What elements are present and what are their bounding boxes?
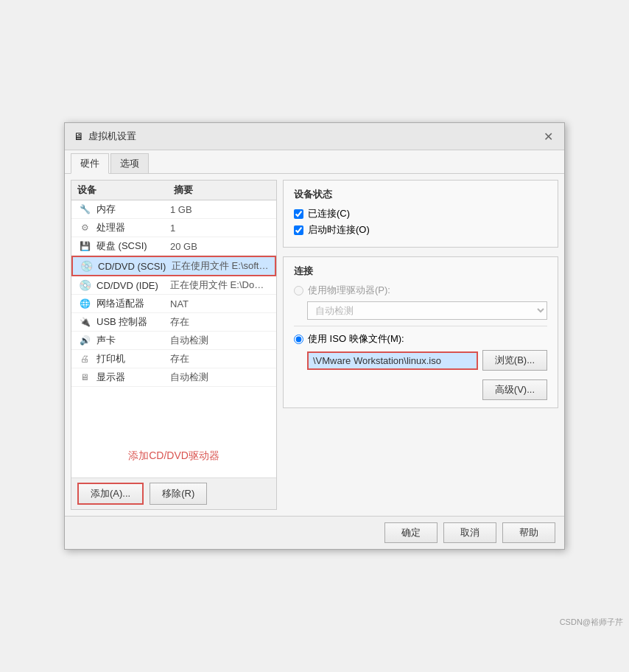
net-icon: 🌐	[77, 298, 92, 309]
physical-drive-row: 使用物理驱动器(P):	[294, 284, 547, 297]
tab-options[interactable]: 选项	[110, 153, 149, 173]
dialog-icon: 🖥	[74, 130, 84, 142]
device-name-net: 网络适配器	[96, 297, 170, 310]
cd-scsi-icon: 💿	[79, 260, 94, 272]
left-bottom-buttons: 添加(A)... 移除(R)	[71, 477, 276, 509]
device-summary-disk: 20 GB	[170, 241, 270, 252]
device-status-title: 设备状态	[294, 188, 547, 201]
iso-path-row: 浏览(B)...	[307, 350, 547, 371]
physical-drive-dropdown-row: 自动检测	[307, 301, 547, 320]
iso-option-label: 使用 ISO 映像文件(M):	[308, 332, 404, 346]
device-row-print[interactable]: 🖨 打印机 存在	[71, 350, 276, 368]
print-icon: 🖨	[77, 353, 92, 365]
physical-drive-radio[interactable]	[294, 286, 303, 295]
iso-radio[interactable]	[294, 335, 303, 344]
device-summary-print: 存在	[170, 352, 270, 365]
audio-icon: 🔊	[77, 335, 92, 346]
main-dialog: 🖥 虚拟机设置 ✕ 硬件 选项 设备 摘要 🔧 内存 1 GB	[64, 122, 565, 550]
footer-buttons: 确定 取消 帮助	[65, 516, 564, 549]
iso-option-row: 使用 ISO 映像文件(M):	[294, 332, 547, 346]
device-summary-audio: 自动检测	[170, 334, 270, 347]
memory-icon: 🔧	[77, 203, 92, 215]
connect-on-start-checkbox[interactable]	[294, 225, 303, 235]
device-name-print: 打印机	[96, 352, 170, 365]
iso-path-input[interactable]	[307, 351, 478, 370]
dialog-title: 虚拟机设置	[88, 130, 136, 143]
header-device: 设备	[77, 183, 174, 197]
device-name-cd-ide: CD/DVD (IDE)	[96, 280, 170, 291]
device-row-display[interactable]: 🖥 显示器 自动检测	[71, 368, 276, 387]
device-name-disk: 硬盘 (SCSI)	[96, 239, 170, 253]
watermark: CSDN@裕师子芹	[560, 617, 623, 628]
physical-drive-label: 使用物理驱动器(P):	[308, 284, 390, 297]
device-name-audio: 声卡	[96, 334, 170, 347]
cd-ide-icon: 💿	[77, 279, 92, 291]
connected-label: 已连接(C)	[308, 207, 350, 220]
device-summary-net: NAT	[170, 298, 270, 309]
add-cd-text: 添加CD/DVD驱动器	[71, 435, 276, 477]
device-row-cd-ide[interactable]: 💿 CD/DVD (IDE) 正在使用文件 E:\Download\C...	[71, 276, 276, 295]
device-summary-cd-ide: 正在使用文件 E:\Download\C...	[170, 279, 270, 292]
device-summary-usb: 存在	[170, 315, 270, 329]
browse-button[interactable]: 浏览(B)...	[482, 350, 547, 371]
help-button[interactable]: 帮助	[502, 522, 555, 543]
connection-section: 连接 使用物理驱动器(P): 自动检测 使用 ISO 映像文件(M):	[283, 256, 558, 408]
connection-divider	[294, 326, 547, 326]
close-button[interactable]: ✕	[541, 129, 555, 144]
cancel-button[interactable]: 取消	[443, 522, 496, 543]
connect-on-start-label: 启动时连接(O)	[308, 223, 370, 237]
usb-icon: 🔌	[77, 316, 92, 328]
device-list-header: 设备 摘要	[71, 181, 276, 200]
device-row-cpu[interactable]: ⚙ 处理器 1	[71, 219, 276, 237]
connected-row: 已连接(C)	[294, 207, 547, 220]
device-row-audio[interactable]: 🔊 声卡 自动检测	[71, 332, 276, 350]
title-bar-left: 🖥 虚拟机设置	[74, 130, 136, 143]
disk-icon: 💾	[77, 240, 92, 252]
right-panel: 设备状态 已连接(C) 启动时连接(O) 连接 使用物理驱动器(P):	[283, 180, 558, 510]
connected-checkbox[interactable]	[294, 209, 303, 219]
device-row-disk[interactable]: 💾 硬盘 (SCSI) 20 GB	[71, 237, 276, 256]
device-summary-memory: 1 GB	[170, 204, 270, 215]
device-row-net[interactable]: 🌐 网络适配器 NAT	[71, 295, 276, 313]
device-row-usb[interactable]: 🔌 USB 控制器 存在	[71, 313, 276, 332]
device-list: 🔧 内存 1 GB ⚙ 处理器 1 💾 硬盘 (SCSI) 20 GB	[71, 200, 276, 435]
physical-drive-select[interactable]: 自动检测	[307, 301, 547, 320]
connection-title: 连接	[294, 265, 547, 278]
remove-device-button[interactable]: 移除(R)	[150, 483, 207, 505]
device-name-usb: USB 控制器	[96, 315, 170, 329]
header-summary: 摘要	[174, 183, 270, 197]
device-summary-cpu: 1	[170, 223, 270, 234]
device-summary-display: 自动检测	[170, 371, 270, 384]
device-name-display: 显示器	[96, 371, 170, 384]
title-bar: 🖥 虚拟机设置 ✕	[65, 123, 564, 150]
cpu-icon: ⚙	[77, 222, 92, 234]
connect-on-start-row: 启动时连接(O)	[294, 223, 547, 237]
ok-button[interactable]: 确定	[384, 522, 438, 543]
device-name-cd-scsi: CD/DVD (SCSI)	[98, 261, 172, 272]
display-icon: 🖥	[77, 371, 92, 383]
tab-hardware[interactable]: 硬件	[71, 153, 109, 174]
add-device-button[interactable]: 添加(A)...	[77, 483, 144, 505]
advanced-button[interactable]: 高级(V)...	[482, 379, 547, 400]
advanced-row: 高级(V)...	[294, 379, 547, 400]
left-panel: 设备 摘要 🔧 内存 1 GB ⚙ 处理器 1 💾	[71, 180, 277, 510]
tab-bar: 硬件 选项	[65, 150, 564, 174]
device-row-memory[interactable]: 🔧 内存 1 GB	[71, 200, 276, 219]
device-summary-cd-scsi: 正在使用文件 E:\software\V...	[172, 259, 269, 273]
device-name-cpu: 处理器	[96, 221, 170, 234]
content-area: 设备 摘要 🔧 内存 1 GB ⚙ 处理器 1 💾	[65, 174, 564, 516]
device-row-cd-scsi[interactable]: 💿 CD/DVD (SCSI) 正在使用文件 E:\software\V...	[71, 256, 276, 276]
device-status-section: 设备状态 已连接(C) 启动时连接(O)	[283, 180, 558, 248]
device-name-memory: 内存	[96, 203, 170, 216]
